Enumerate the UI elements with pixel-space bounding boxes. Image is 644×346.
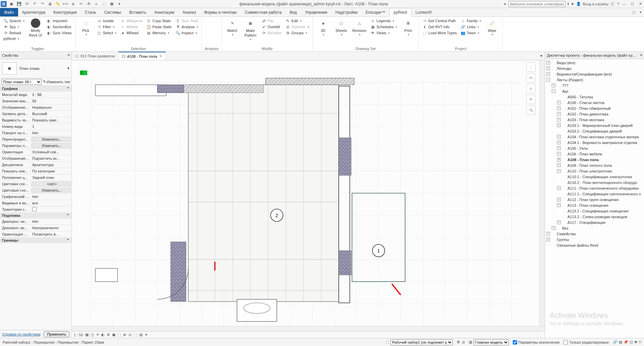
property-row[interactable]: Положение ц...Задний план — [0, 175, 71, 181]
expand-icon[interactable]: + — [557, 106, 561, 110]
thin-lines-icon[interactable]: ≡ — [93, 1, 100, 7]
vertical-scrollbar[interactable] — [539, 60, 545, 326]
legends-button[interactable]: ≡Legends — [370, 18, 398, 23]
temp-icon[interactable]: ▤ — [139, 333, 143, 337]
property-row[interactable]: Траектория с... — [0, 206, 71, 213]
user-icon[interactable]: 👤 — [576, 2, 581, 6]
close-icon[interactable]: ✕ — [640, 53, 643, 57]
mwrite-button[interactable]: ○MWrite — [120, 24, 143, 30]
login-label[interactable]: Вход в службы — [583, 2, 608, 6]
tree-node[interactable]: A110.1 - Спецификация электроточек — [545, 174, 644, 180]
tab-analyze[interactable]: Анализ — [179, 8, 200, 16]
property-value[interactable]: Нет — [31, 131, 71, 135]
tree-node[interactable]: +A103.1 - Маркеровочный план дверей — [545, 122, 644, 128]
workset-icon[interactable]: ⬚ — [386, 340, 389, 344]
property-value[interactable]: Нормально — [31, 105, 71, 109]
tab-file[interactable]: Файл — [0, 8, 18, 16]
info-center-icon[interactable]: ℹ — [567, 2, 569, 6]
save-icon[interactable]: 💾 — [16, 1, 22, 7]
select-face-icon[interactable]: ◫ — [630, 340, 633, 344]
views-button[interactable]: 👁Views — [370, 30, 398, 36]
property-value[interactable]: Условный сев... — [31, 150, 71, 154]
tree-node[interactable]: A111.1 - Спецификация сантехнического о — [545, 191, 644, 197]
property-value[interactable]: Показать ориг... — [31, 118, 71, 122]
tree-node[interactable]: A103.2 - Спецификация дверей — [545, 128, 644, 134]
scale-selector[interactable]: 1 : 50 — [74, 333, 83, 337]
undo-icon[interactable]: ↶ — [31, 1, 38, 7]
design-options-icon[interactable]: ▥ — [469, 340, 472, 344]
tab-enscape[interactable]: Enscape™ — [361, 8, 389, 16]
sun-path-icon[interactable]: ☀ — [96, 333, 99, 337]
type-selector[interactable]: ▣ План этажа ▾ — [0, 59, 71, 78]
3d-button[interactable]: ◈3D — [315, 18, 331, 37]
tree-node[interactable]: A000 - Титулка — [545, 94, 644, 100]
tree-node[interactable]: +A117 - Спецификации — [545, 219, 644, 225]
project-tree[interactable]: +Виды (все)+Легенды+Ведомости/Спецификац… — [545, 59, 644, 338]
property-value[interactable]: Подчистить вс... — [31, 156, 71, 160]
tab-steel[interactable]: Сталь — [81, 8, 100, 16]
property-value[interactable]: все — [31, 201, 71, 205]
tree-node[interactable]: +??? — [545, 83, 644, 88]
expand-icon[interactable]: + — [557, 118, 561, 121]
collapse-icon[interactable]: − — [546, 78, 550, 82]
family-button[interactable]: ⌂Family — [460, 18, 482, 23]
tab-manage[interactable]: Управление — [301, 8, 332, 16]
expand-icon[interactable]: + — [557, 169, 561, 173]
select-underlay-icon[interactable]: ▤ — [619, 340, 622, 344]
overkill-button[interactable]: ✔Overkill — [261, 24, 282, 30]
tree-node[interactable]: −Листы (Раздел) — [545, 77, 644, 83]
expand-icon[interactable]: + — [557, 152, 561, 156]
sectionbox-toggle[interactable]: ◐SectionBox — [46, 24, 72, 30]
expand-icon[interactable]: + — [557, 220, 561, 224]
tree-node[interactable]: +A109 - План теплого пола — [545, 162, 644, 168]
worksharing-icon[interactable]: ⬚ — [134, 333, 137, 337]
property-row[interactable]: Параметры о...Изменить... — [0, 143, 71, 149]
inspect-button[interactable]: 🔍Inspect — [175, 30, 199, 36]
group-header-graphics[interactable]: Графика⌃ — [0, 86, 71, 92]
zoom-icon[interactable]: 🔍 — [526, 105, 536, 115]
tab-insert[interactable]: Вставить — [125, 8, 150, 16]
tree-node[interactable]: A113.2 - Схема разводки проводов — [545, 214, 644, 219]
tab-view[interactable]: Вид — [286, 8, 301, 16]
drag-icon[interactable]: ✥ — [634, 340, 637, 344]
expand-icon[interactable]: + — [557, 123, 561, 127]
print-button[interactable]: 🖶Print — [400, 18, 416, 37]
spy-button[interactable]: 👁Spy — [3, 24, 25, 30]
search-input[interactable] — [508, 1, 565, 7]
expand-icon[interactable]: + — [557, 101, 561, 104]
group-header-extents[interactable]: Границы⌃ — [0, 238, 71, 243]
crop-region-icon[interactable]: ⬚ — [117, 333, 121, 337]
redo-icon[interactable]: ↷ — [39, 1, 46, 7]
view-tab-a108[interactable]: ▢A108 - План пола✕ — [118, 52, 166, 60]
edit-button[interactable]: ✎Edit — [285, 18, 310, 23]
tab-structure[interactable]: Конструкция — [49, 8, 81, 16]
tree-node[interactable]: +A112 - План групп освещения — [545, 197, 644, 202]
imported-toggle[interactable]: ◐Imported — [46, 18, 72, 23]
property-row[interactable]: Диапазон: ни...Нет — [0, 218, 71, 225]
tab-lumion[interactable]: Lumion® — [411, 8, 436, 16]
editable-icon[interactable]: ⚙ — [457, 340, 460, 344]
expand-icon[interactable]: + — [557, 198, 561, 201]
links-button[interactable]: 🔗Links — [460, 24, 482, 30]
select-pinned-icon[interactable]: 📌 — [624, 340, 628, 344]
expand-icon[interactable]: + — [546, 238, 550, 241]
tab-annotate[interactable]: Аннотации — [150, 8, 179, 16]
minimize-button[interactable]: — — [621, 1, 627, 7]
property-row[interactable]: Уровень дета...Высокий — [0, 111, 71, 117]
properties-help-link[interactable]: Справка по свойствам — [2, 332, 41, 336]
tab-massing[interactable]: Формы и генплан — [200, 8, 241, 16]
instance-selector[interactable]: План этажа: 05 I — [1, 79, 42, 85]
detail-level-icon[interactable]: ▦ — [85, 333, 89, 337]
search-button[interactable]: 🔍Search — [3, 18, 25, 23]
tree-node[interactable]: +A101 - План обмерочный — [545, 105, 644, 111]
pyrevit-button[interactable]: pyRevit — [3, 36, 25, 41]
tree-node[interactable]: +A110 - План электроточек — [545, 168, 644, 174]
property-row[interactable]: Значение мас...50 — [0, 98, 71, 104]
tree-node[interactable]: A113.1 - Спецификация освещения — [545, 208, 644, 214]
property-row[interactable]: Номер вида1 — [0, 123, 71, 130]
tree-node[interactable]: +Семейства — [545, 231, 644, 237]
property-value[interactable]: Посмотреть в... — [31, 232, 71, 236]
default3d-icon[interactable]: ⟰ — [85, 1, 92, 7]
property-value[interactable]: Высокий — [31, 112, 71, 116]
property-row[interactable]: Видимые в ва...все — [0, 200, 71, 206]
